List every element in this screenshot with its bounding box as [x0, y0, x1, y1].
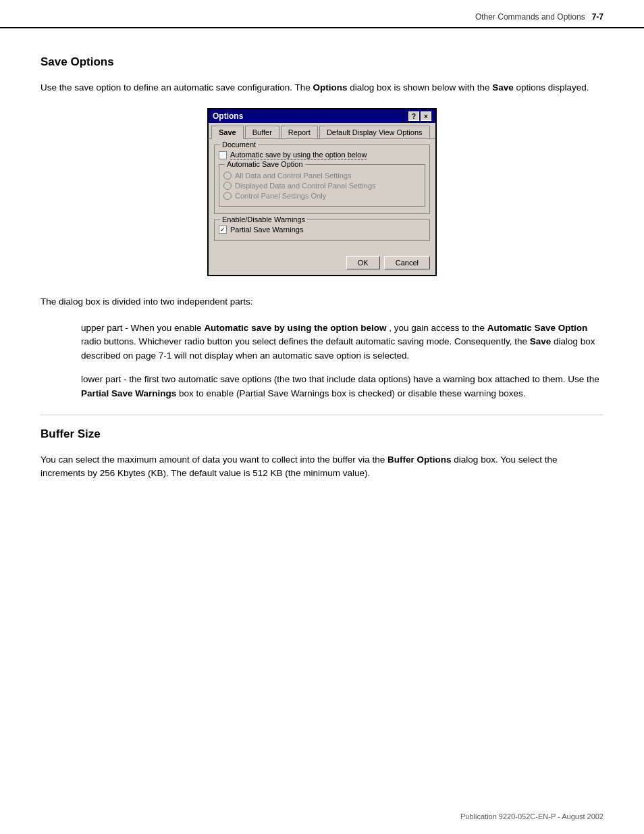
description-lower: lower part - the first two automatic sav… [41, 373, 603, 401]
intro-text: Use the save option to define an automat… [41, 82, 311, 93]
autosave-checkbox[interactable] [219, 151, 227, 159]
document-group-content: Automatic save by using the option below… [219, 151, 425, 207]
dialog-description-intro: The dialog box is divided into two indep… [41, 295, 603, 309]
radio-displayed-data: Displayed Data and Control Panel Setting… [223, 182, 421, 190]
warnings-group-content: ✓ Partial Save Warnings [219, 226, 425, 234]
intro-bold-options: Options [313, 82, 348, 93]
radio-all-data-label: All Data and Control Panel Settings [235, 172, 351, 180]
cancel-button[interactable]: Cancel [384, 256, 430, 269]
ok-button[interactable]: OK [346, 256, 380, 269]
description-upper: upper part - When you enable Automatic s… [41, 321, 603, 364]
autosave-option-group: Automatic Save Option All Data and Contr… [219, 164, 425, 207]
tab-save[interactable]: Save [211, 126, 244, 139]
buffer-size-paragraph: You can select the maximum amount of dat… [41, 453, 603, 481]
dialog-help-button[interactable]: ? [408, 111, 419, 121]
page-footer: Publication 9220-052C-EN-P - August 2002 [460, 812, 603, 820]
autosave-checkbox-row: Automatic save by using the option below [219, 151, 425, 160]
dialog-tabs: Save Buffer Report Default Display View … [209, 123, 435, 139]
radio-options: All Data and Control Panel Settings Disp… [223, 172, 421, 200]
intro-text3: options displayed. [516, 82, 589, 93]
warnings-group: Enable/Disable Warnings ✓ Partial Save W… [214, 219, 430, 241]
radio-displayed-data-input[interactable] [223, 182, 232, 190]
dialog-title: Options [213, 111, 243, 121]
dialog-container: Options ? × Save Buffer Report Default D… [41, 108, 603, 276]
section-title-buffer-size: Buffer Size [41, 427, 603, 441]
buffer-bold: Buffer Options [387, 454, 452, 465]
autosave-option-label: Automatic Save Option [225, 160, 305, 168]
document-group: Document Automatic save by using the opt… [214, 145, 430, 214]
lower-bold: Partial Save Warnings [81, 388, 176, 398]
header-page-number: 7-7 [592, 12, 603, 22]
radio-control-panel-label: Control Panel Settings Only [235, 192, 326, 200]
header-section-label: Other Commands and Options [475, 12, 585, 22]
tab-buffer[interactable]: Buffer [245, 126, 279, 138]
dialog-close-button[interactable]: × [421, 111, 431, 121]
dialog-body: Document Automatic save by using the opt… [209, 139, 435, 252]
radio-control-panel-input[interactable] [223, 192, 232, 200]
upper-paragraph: upper part - When you enable Automatic s… [81, 321, 603, 364]
upper-text1: , you gain access to the [389, 323, 487, 333]
upper-label: upper part - When you enable [81, 323, 204, 333]
dialog-titlebar: Options ? × [209, 109, 435, 123]
footer-text: Publication 9220-052C-EN-P - August 2002 [460, 812, 603, 820]
dialog-buttons: OK Cancel [209, 252, 435, 275]
autosave-checkbox-label: Automatic save by using the option below [230, 151, 367, 160]
section-buffer-size: Buffer Size You can select the maximum a… [41, 427, 603, 481]
intro-paragraph: Use the save option to define an automat… [41, 81, 603, 95]
radio-displayed-data-label: Displayed Data and Control Panel Setting… [235, 182, 376, 190]
upper-text2: radio buttons. Whichever radio button yo… [81, 336, 530, 346]
partial-save-label: Partial Save Warnings [230, 226, 303, 234]
partial-save-checkbox-row: ✓ Partial Save Warnings [219, 226, 425, 234]
upper-bold1: Automatic save by using the option below [204, 323, 386, 333]
dialog-title-buttons: ? × [408, 111, 431, 121]
page-header: Other Commands and Options 7-7 [0, 0, 644, 28]
section-divider [41, 415, 603, 415]
lower-label: lower part - the first two automatic sav… [81, 374, 599, 384]
radio-all-data: All Data and Control Panel Settings [223, 172, 421, 180]
lower-text: box to enable (Partial Save Warnings box… [179, 388, 526, 398]
upper-bold2: Automatic Save Option [487, 323, 588, 333]
options-dialog: Options ? × Save Buffer Report Default D… [207, 108, 437, 276]
tab-default-display[interactable]: Default Display View Options [319, 126, 430, 138]
section-save-options: Save Options Use the save option to defi… [41, 55, 603, 401]
buffer-intro: You can select the maximum amount of dat… [41, 454, 385, 465]
page: Other Commands and Options 7-7 Save Opti… [0, 0, 644, 834]
lower-paragraph: lower part - the first two automatic sav… [81, 373, 603, 401]
tab-report[interactable]: Report [281, 126, 318, 138]
document-group-label: Document [220, 140, 258, 149]
section-title-save-options: Save Options [41, 55, 603, 69]
intro-text2: dialog box is shown below with the [350, 82, 492, 93]
upper-bold3: Save [530, 336, 552, 346]
radio-all-data-input[interactable] [223, 172, 232, 180]
partial-save-checkbox[interactable]: ✓ [219, 226, 227, 234]
radio-control-panel: Control Panel Settings Only [223, 192, 421, 200]
intro-bold-save: Save [492, 82, 514, 93]
warnings-group-label: Enable/Disable Warnings [220, 215, 307, 224]
main-content: Save Options Use the save option to defi… [0, 28, 644, 520]
